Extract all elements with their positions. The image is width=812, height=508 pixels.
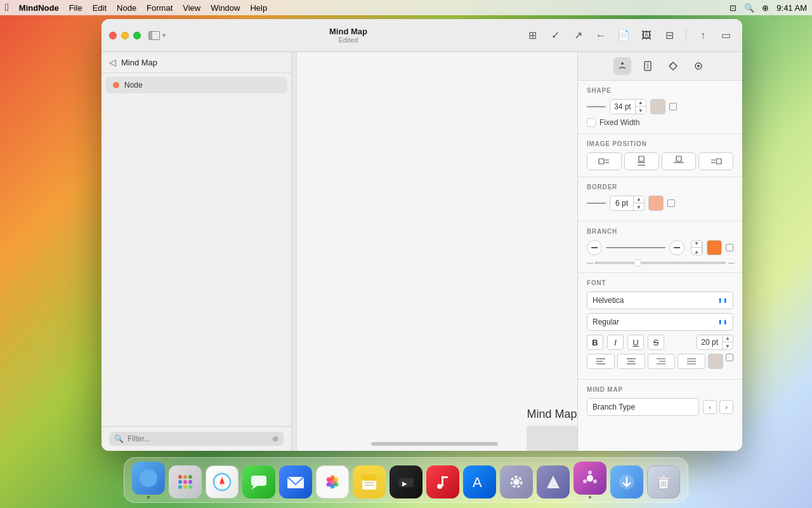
menu-file[interactable]: File	[69, 3, 82, 13]
align-right-button[interactable]	[648, 354, 676, 369]
underline-button[interactable]: U	[627, 335, 644, 350]
font-color-swatch[interactable]	[708, 354, 723, 369]
horizontal-scrollbar[interactable]	[371, 442, 498, 446]
branch-type-select[interactable]: Branch Type	[587, 398, 699, 416]
dock-item-finder[interactable]: 😀	[132, 462, 165, 498]
img-pos-center-btn[interactable]	[624, 152, 659, 170]
font-size-stepper[interactable]: 20 pt ▲ ▼	[697, 335, 733, 350]
control-center-icon[interactable]: ⊕	[762, 3, 769, 13]
menu-format[interactable]: Format	[147, 3, 173, 13]
font-size-up[interactable]: ▲	[723, 335, 733, 342]
branch-slider-track[interactable]	[594, 262, 726, 264]
canvas-divider	[292, 52, 297, 451]
sidebar-toggle[interactable]: ▾	[148, 31, 166, 40]
dock-item-messages[interactable]	[242, 465, 275, 498]
tab-style[interactable]	[613, 57, 631, 75]
app-menu-mindnode[interactable]: MindNode	[19, 3, 59, 13]
branch-border-swatch[interactable]	[726, 244, 733, 251]
tab-document[interactable]	[639, 57, 657, 75]
sidebar-back-button[interactable]: ◁	[109, 57, 116, 67]
branch-stepper-right[interactable]	[669, 240, 684, 255]
bold-button[interactable]: B	[587, 335, 603, 350]
shape-border-swatch[interactable]	[669, 103, 677, 110]
branch-size-stepper[interactable]: ▼ ▲	[691, 240, 703, 255]
photo-button[interactable]: 🖼	[638, 27, 655, 44]
branch-type-prev[interactable]: ‹	[703, 400, 717, 414]
list-item[interactable]: Node	[105, 77, 287, 93]
document-button[interactable]: 📄	[615, 27, 632, 44]
dock-item-appletv[interactable]: ▶	[390, 465, 422, 498]
mind-map-node[interactable]: Mind Map	[527, 407, 577, 451]
align-justify-button[interactable]	[678, 354, 705, 369]
fixed-width-checkbox[interactable]	[587, 118, 596, 127]
img-pos-right-btn[interactable]	[698, 152, 733, 170]
close-button[interactable]	[109, 32, 117, 39]
minimize-button[interactable]	[121, 32, 129, 39]
shape-size-stepper[interactable]: 34 pt ▲ ▼	[610, 99, 646, 114]
branch-up-btn[interactable]: ▲	[691, 248, 702, 255]
shape-color-swatch[interactable]	[650, 99, 665, 114]
border-color-swatch[interactable]	[648, 196, 664, 211]
dock-item-safari[interactable]	[206, 465, 239, 498]
shape-size-up[interactable]: ▲	[636, 99, 646, 107]
branch-type-next[interactable]: ›	[719, 400, 733, 414]
filter-clear-icon[interactable]: ⊗	[272, 434, 278, 443]
font-size-down[interactable]: ▼	[723, 342, 733, 350]
dock-item-downloader[interactable]	[610, 465, 643, 498]
fixed-width-row: Fixed Width	[587, 118, 733, 127]
canvas-area[interactable]: Mind Map	[292, 52, 577, 451]
strikethrough-button[interactable]: S	[648, 335, 664, 350]
filter-search-icon: 🔍	[114, 434, 124, 443]
tab-ai[interactable]	[690, 57, 707, 75]
menu-help[interactable]: Help	[250, 3, 267, 13]
inspector-button[interactable]: ▭	[717, 27, 735, 44]
border-size-stepper[interactable]: 6 pt ▲ ▼	[610, 196, 645, 211]
menu-node[interactable]: Node	[117, 3, 136, 13]
screen-mirror-icon[interactable]: ⊡	[730, 3, 737, 13]
dock-item-photos[interactable]	[316, 465, 349, 498]
font-style-select[interactable]: Regular ⬆⬇	[587, 313, 733, 331]
layout-button[interactable]: ⊟	[660, 27, 678, 44]
italic-button[interactable]: I	[607, 335, 624, 350]
dock-item-appstore[interactable]: A	[463, 465, 496, 498]
font-border-swatch[interactable]	[726, 354, 733, 361]
image-position-title: IMAGE POSITION	[587, 140, 733, 147]
svg-text:▶: ▶	[402, 480, 407, 487]
shape-size-down[interactable]: ▼	[636, 107, 646, 114]
filter-input[interactable]	[128, 434, 268, 443]
dock-item-launchpad[interactable]	[169, 465, 202, 498]
border-size-up[interactable]: ▲	[634, 196, 644, 203]
menu-window[interactable]: Window	[211, 3, 240, 13]
tab-tag[interactable]	[664, 57, 682, 75]
back-button[interactable]: ←	[592, 27, 610, 44]
dock-item-migrate[interactable]	[537, 465, 570, 498]
dock-item-mindnode[interactable]	[573, 462, 606, 498]
branch-color-swatch[interactable]	[707, 240, 722, 255]
apple-menu[interactable]: 	[5, 2, 9, 13]
dock-item-trash[interactable]	[647, 465, 680, 498]
branch-down-btn[interactable]: ▼	[691, 240, 702, 248]
connection-button[interactable]: ↗	[569, 27, 587, 44]
grid-view-button[interactable]: ⊞	[523, 27, 541, 44]
dock-item-notes[interactable]	[353, 465, 386, 498]
menu-view[interactable]: View	[183, 3, 200, 13]
dock-item-systemprefs[interactable]	[500, 465, 533, 498]
align-left-button[interactable]	[587, 354, 615, 369]
img-pos-left-btn[interactable]	[587, 152, 622, 170]
dock-item-music[interactable]	[426, 465, 459, 498]
branch-slider-handle[interactable]	[634, 259, 641, 267]
menu-edit[interactable]: Edit	[93, 3, 107, 13]
share-button[interactable]: ↑	[694, 27, 712, 44]
spotlight-icon[interactable]: 🔍	[744, 3, 754, 13]
align-center-button[interactable]	[617, 354, 645, 369]
border-border-swatch[interactable]	[667, 199, 675, 207]
shape-section-title: SHAPE	[587, 87, 733, 94]
border-size-down[interactable]: ▼	[634, 203, 644, 211]
branch-type-arrows: ‹ ›	[703, 400, 733, 414]
branch-stepper-left[interactable]	[587, 240, 602, 255]
img-pos-top-btn[interactable]	[662, 152, 697, 170]
check-button[interactable]: ✓	[546, 27, 564, 44]
dock-item-mail[interactable]	[279, 465, 312, 498]
font-name-select[interactable]: Helvetica ⬆⬇	[587, 291, 733, 309]
maximize-button[interactable]	[133, 32, 141, 39]
